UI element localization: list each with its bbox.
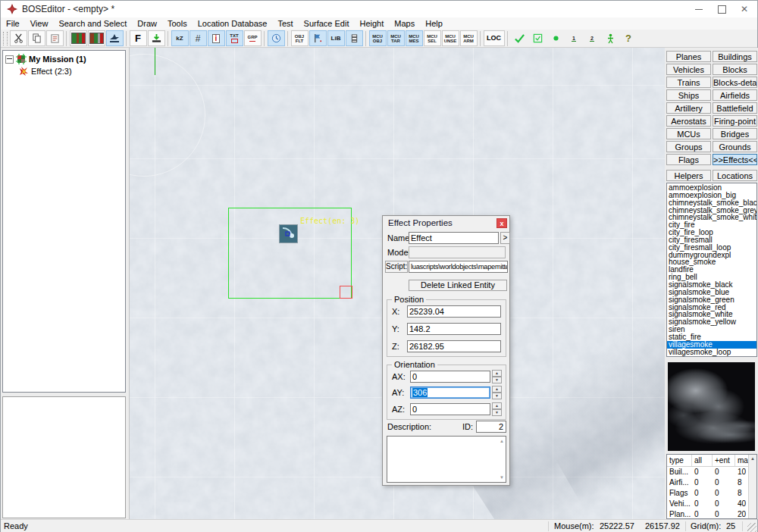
maximize-button[interactable] <box>710 1 733 17</box>
tree-node-effect[interactable]: Effect (2:3) <box>18 65 125 77</box>
mcu-mes-toggle[interactable]: MCU MES <box>406 30 423 46</box>
menu-maps[interactable]: Maps <box>389 17 420 30</box>
cut-button[interactable] <box>10 30 27 46</box>
table-scrollbar[interactable]: ▲ <box>748 455 756 518</box>
description-textarea[interactable]: ▲ ▼ <box>387 436 506 483</box>
selection-handle-red[interactable] <box>340 286 352 299</box>
close-button[interactable]: ✕ <box>733 1 756 17</box>
model-field[interactable] <box>409 246 506 258</box>
menu-surface-edit[interactable]: Surface Edit <box>299 17 355 30</box>
col-type[interactable]: type <box>667 455 692 466</box>
loc-button[interactable]: LOC <box>484 30 505 46</box>
category-battlefield[interactable]: Battlefield <box>713 102 757 114</box>
paste-button[interactable] <box>46 30 64 46</box>
col-ent[interactable]: +ent <box>713 455 735 466</box>
script-field[interactable]: luascripts\worldobjects\mapemitter <box>409 261 508 273</box>
name-field[interactable]: Effect <box>409 232 499 244</box>
col-all[interactable]: all <box>692 455 713 466</box>
category-ships[interactable]: Ships <box>666 89 711 101</box>
category-blocks-detail[interactable]: Blocks-detail <box>713 77 757 88</box>
menu-location-database[interactable]: Location Database <box>193 17 273 30</box>
x-field[interactable]: 25239.04 <box>407 305 501 318</box>
script-button[interactable]: Script: <box>385 261 408 273</box>
tree-node-mission[interactable]: My Mission (1) <box>5 53 125 65</box>
category-planes[interactable]: Planes <box>666 51 711 62</box>
drop-to-ground-button[interactable] <box>148 30 165 46</box>
mcu-sel-button[interactable]: MCU SEL <box>424 30 441 46</box>
mcu-unse-button[interactable]: MCU UNSE <box>442 30 459 46</box>
menu-tools[interactable]: Tools <box>162 17 193 30</box>
menu-draw[interactable]: Draw <box>132 17 162 30</box>
category-bridges[interactable]: Bridges <box>713 128 757 139</box>
layer-2-button[interactable]: 2 <box>584 30 601 46</box>
col-max[interactable]: ma <box>735 455 749 466</box>
menu-help[interactable]: Help <box>420 17 448 30</box>
category-grounds[interactable]: Grounds <box>713 141 757 152</box>
time-toggle[interactable] <box>268 30 285 46</box>
grid-toggle[interactable]: # <box>190 30 207 46</box>
mcu-arm-button[interactable]: MCU ARM <box>460 30 478 46</box>
scroll-up-icon[interactable]: ▲ <box>749 455 756 463</box>
category-airfields[interactable]: Airfields <box>713 89 757 101</box>
z-field[interactable]: 26182.95 <box>407 340 501 352</box>
ay-field-focused[interactable]: 306 <box>410 386 490 399</box>
route-button[interactable] <box>309 30 327 46</box>
category-artillery[interactable]: Artillery <box>666 102 711 114</box>
category-locations[interactable]: Locations <box>713 170 757 181</box>
effect-object-sprite[interactable] <box>280 225 297 243</box>
record-dot-button[interactable] <box>547 30 565 46</box>
y-field[interactable]: 148.2 <box>407 323 501 335</box>
layer-1-button[interactable]: 1 <box>565 30 583 46</box>
tree-expander-icon[interactable] <box>5 55 14 64</box>
object-filter-button[interactable]: OBJ FLT <box>291 30 309 46</box>
menu-view[interactable]: View <box>25 17 54 30</box>
category-aerostats[interactable]: Aerostats <box>666 115 711 127</box>
category-groups[interactable]: Groups <box>666 141 711 152</box>
library-button[interactable]: LiB <box>327 30 345 46</box>
mcu-tar-toggle[interactable]: MCU TAR <box>387 30 405 46</box>
text-labels-toggle[interactable]: TXT <box>226 30 243 46</box>
category-vehicles[interactable]: Vehicles <box>666 64 711 75</box>
confirm-button[interactable] <box>511 30 528 46</box>
help-button[interactable]: ? <box>620 30 637 46</box>
category-effects-active[interactable]: >>Effects<< <box>713 154 757 165</box>
az-spinner[interactable]: ▲▼ <box>492 402 502 416</box>
blueprint-button[interactable] <box>346 30 363 46</box>
ay-spinner[interactable]: ▲▼ <box>492 386 502 399</box>
title-bar: BOSEditor - <empty> * ✕ <box>1 1 757 17</box>
menu-height[interactable]: Height <box>354 17 389 30</box>
ground-object-toggle[interactable] <box>106 30 124 46</box>
menu-test[interactable]: Test <box>272 17 298 30</box>
textarea-scroll-up-icon[interactable]: ▲ <box>500 439 504 443</box>
category-mcus[interactable]: MCUs <box>666 128 711 139</box>
map-edit-button[interactable] <box>88 30 105 46</box>
az-field[interactable]: 0 <box>410 403 490 415</box>
mcu-obj-toggle[interactable]: MCU OBJ <box>369 30 387 46</box>
effect-item[interactable]: villagesmoke_loop <box>667 349 756 356</box>
font-button[interactable]: F <box>130 30 147 46</box>
name-more-button[interactable]: > <box>500 232 510 244</box>
info-toggle[interactable]: i <box>208 30 225 46</box>
category-flags[interactable]: Flags <box>666 154 711 165</box>
category-buildings[interactable]: Buildings <box>713 51 757 62</box>
category-trains[interactable]: Trains <box>666 77 711 88</box>
ax-field[interactable]: 0 <box>410 371 490 383</box>
minimize-button[interactable] <box>688 1 710 17</box>
category-blocks[interactable]: Blocks <box>713 64 757 75</box>
table-row: Buil... 0 0 10 <box>667 467 756 477</box>
person-button[interactable] <box>602 30 619 46</box>
ax-spinner[interactable]: ▲▼ <box>492 370 502 383</box>
group-labels-toggle[interactable]: GRP <box>244 30 262 46</box>
map-view-button[interactable] <box>70 30 87 46</box>
kz-toggle[interactable]: kZ <box>171 30 189 46</box>
dialog-close-button[interactable]: x <box>496 218 507 228</box>
category-firing-point[interactable]: Firing-point <box>713 115 757 127</box>
resize-grip[interactable] <box>747 523 756 532</box>
menu-file[interactable]: File <box>1 17 25 30</box>
menu-search-and-select[interactable]: Search and Select <box>53 17 132 30</box>
category-helpers[interactable]: Helpers <box>666 170 711 181</box>
delete-linked-entity-button[interactable]: Delete Linked Entity <box>409 280 507 291</box>
textarea-scroll-down-icon[interactable]: ▼ <box>500 475 504 480</box>
copy-button[interactable] <box>28 30 45 46</box>
checkbox-button[interactable] <box>529 30 547 46</box>
